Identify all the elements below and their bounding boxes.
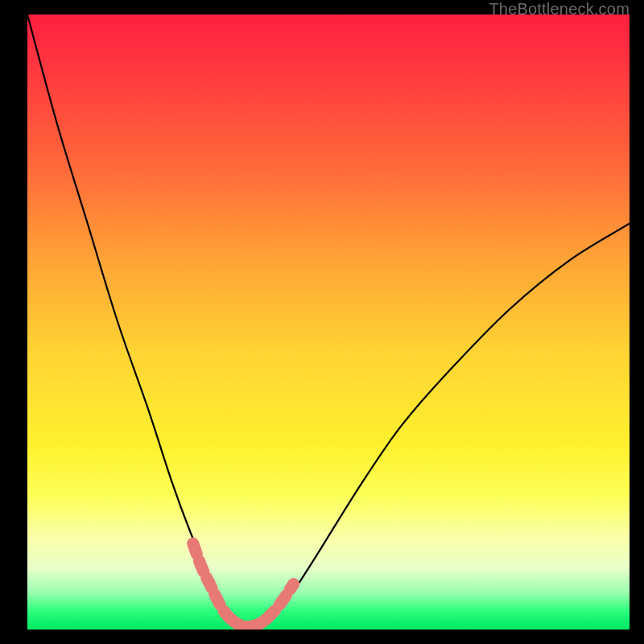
marker-flat-segment: [233, 618, 267, 626]
marker-left-segment: [193, 543, 233, 621]
bottleneck-curve-path: [27, 14, 630, 627]
marker-right-segment: [267, 584, 294, 618]
plot-area: [27, 14, 630, 630]
watermark-text: TheBottleneck.com: [489, 0, 630, 19]
curve-layer: [27, 14, 630, 627]
marker-layer: [193, 543, 294, 626]
chart-frame: TheBottleneck.com: [0, 0, 644, 644]
bottleneck-svg: [27, 14, 630, 630]
